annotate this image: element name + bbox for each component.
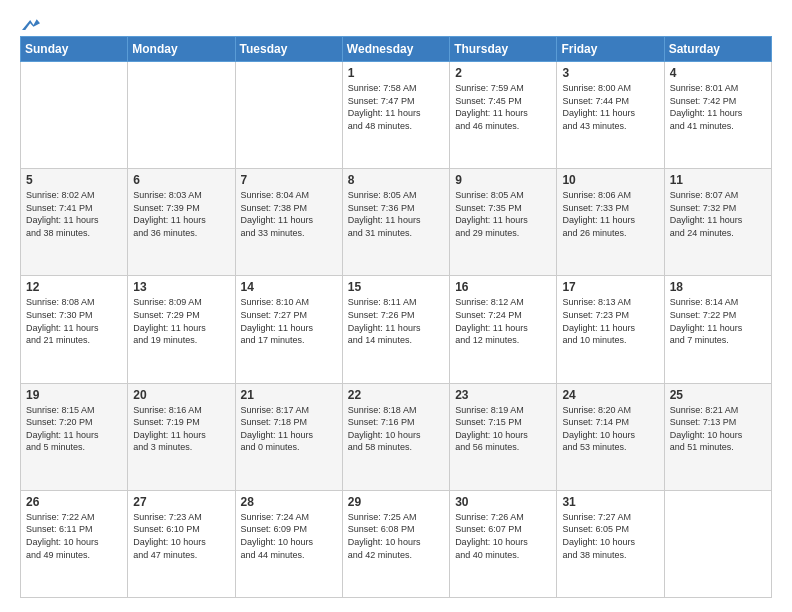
calendar-cell: 30Sunrise: 7:26 AMSunset: 6:07 PMDayligh… bbox=[450, 490, 557, 597]
calendar-cell: 19Sunrise: 8:15 AMSunset: 7:20 PMDayligh… bbox=[21, 383, 128, 490]
calendar-cell: 2Sunrise: 7:59 AMSunset: 7:45 PMDaylight… bbox=[450, 62, 557, 169]
calendar-cell: 24Sunrise: 8:20 AMSunset: 7:14 PMDayligh… bbox=[557, 383, 664, 490]
calendar-week-row: 5Sunrise: 8:02 AMSunset: 7:41 PMDaylight… bbox=[21, 169, 772, 276]
day-number: 6 bbox=[133, 173, 229, 187]
calendar-week-row: 26Sunrise: 7:22 AMSunset: 6:11 PMDayligh… bbox=[21, 490, 772, 597]
calendar-cell: 16Sunrise: 8:12 AMSunset: 7:24 PMDayligh… bbox=[450, 276, 557, 383]
day-info: Sunrise: 7:25 AMSunset: 6:08 PMDaylight:… bbox=[348, 511, 444, 561]
day-info: Sunrise: 8:10 AMSunset: 7:27 PMDaylight:… bbox=[241, 296, 337, 346]
calendar-cell bbox=[235, 62, 342, 169]
day-info: Sunrise: 8:07 AMSunset: 7:32 PMDaylight:… bbox=[670, 189, 766, 239]
day-info: Sunrise: 8:19 AMSunset: 7:15 PMDaylight:… bbox=[455, 404, 551, 454]
day-info: Sunrise: 8:05 AMSunset: 7:35 PMDaylight:… bbox=[455, 189, 551, 239]
calendar-cell: 12Sunrise: 8:08 AMSunset: 7:30 PMDayligh… bbox=[21, 276, 128, 383]
day-info: Sunrise: 8:20 AMSunset: 7:14 PMDaylight:… bbox=[562, 404, 658, 454]
day-number: 27 bbox=[133, 495, 229, 509]
day-number: 13 bbox=[133, 280, 229, 294]
day-info: Sunrise: 7:27 AMSunset: 6:05 PMDaylight:… bbox=[562, 511, 658, 561]
calendar-cell: 10Sunrise: 8:06 AMSunset: 7:33 PMDayligh… bbox=[557, 169, 664, 276]
day-number: 15 bbox=[348, 280, 444, 294]
calendar-cell: 8Sunrise: 8:05 AMSunset: 7:36 PMDaylight… bbox=[342, 169, 449, 276]
day-info: Sunrise: 8:21 AMSunset: 7:13 PMDaylight:… bbox=[670, 404, 766, 454]
weekday-header-saturday: Saturday bbox=[664, 37, 771, 62]
day-info: Sunrise: 8:09 AMSunset: 7:29 PMDaylight:… bbox=[133, 296, 229, 346]
calendar-cell: 1Sunrise: 7:58 AMSunset: 7:47 PMDaylight… bbox=[342, 62, 449, 169]
calendar-cell: 21Sunrise: 8:17 AMSunset: 7:18 PMDayligh… bbox=[235, 383, 342, 490]
calendar-cell: 20Sunrise: 8:16 AMSunset: 7:19 PMDayligh… bbox=[128, 383, 235, 490]
day-info: Sunrise: 8:15 AMSunset: 7:20 PMDaylight:… bbox=[26, 404, 122, 454]
day-number: 19 bbox=[26, 388, 122, 402]
day-info: Sunrise: 8:11 AMSunset: 7:26 PMDaylight:… bbox=[348, 296, 444, 346]
day-info: Sunrise: 7:24 AMSunset: 6:09 PMDaylight:… bbox=[241, 511, 337, 561]
day-info: Sunrise: 8:04 AMSunset: 7:38 PMDaylight:… bbox=[241, 189, 337, 239]
day-number: 24 bbox=[562, 388, 658, 402]
day-info: Sunrise: 7:59 AMSunset: 7:45 PMDaylight:… bbox=[455, 82, 551, 132]
header bbox=[20, 18, 772, 28]
calendar-cell: 29Sunrise: 7:25 AMSunset: 6:08 PMDayligh… bbox=[342, 490, 449, 597]
day-number: 23 bbox=[455, 388, 551, 402]
day-info: Sunrise: 8:05 AMSunset: 7:36 PMDaylight:… bbox=[348, 189, 444, 239]
calendar-cell: 4Sunrise: 8:01 AMSunset: 7:42 PMDaylight… bbox=[664, 62, 771, 169]
day-number: 16 bbox=[455, 280, 551, 294]
page: SundayMondayTuesdayWednesdayThursdayFrid… bbox=[0, 0, 792, 612]
weekday-header-thursday: Thursday bbox=[450, 37, 557, 62]
day-number: 7 bbox=[241, 173, 337, 187]
day-number: 18 bbox=[670, 280, 766, 294]
calendar-cell: 5Sunrise: 8:02 AMSunset: 7:41 PMDaylight… bbox=[21, 169, 128, 276]
calendar-week-row: 19Sunrise: 8:15 AMSunset: 7:20 PMDayligh… bbox=[21, 383, 772, 490]
day-number: 30 bbox=[455, 495, 551, 509]
day-number: 2 bbox=[455, 66, 551, 80]
day-number: 1 bbox=[348, 66, 444, 80]
calendar-table: SundayMondayTuesdayWednesdayThursdayFrid… bbox=[20, 36, 772, 598]
day-number: 20 bbox=[133, 388, 229, 402]
day-info: Sunrise: 7:58 AMSunset: 7:47 PMDaylight:… bbox=[348, 82, 444, 132]
day-info: Sunrise: 8:17 AMSunset: 7:18 PMDaylight:… bbox=[241, 404, 337, 454]
day-info: Sunrise: 8:18 AMSunset: 7:16 PMDaylight:… bbox=[348, 404, 444, 454]
day-number: 22 bbox=[348, 388, 444, 402]
day-info: Sunrise: 8:13 AMSunset: 7:23 PMDaylight:… bbox=[562, 296, 658, 346]
logo-bird-icon bbox=[22, 18, 40, 32]
day-info: Sunrise: 8:00 AMSunset: 7:44 PMDaylight:… bbox=[562, 82, 658, 132]
day-number: 8 bbox=[348, 173, 444, 187]
day-number: 4 bbox=[670, 66, 766, 80]
calendar-week-row: 12Sunrise: 8:08 AMSunset: 7:30 PMDayligh… bbox=[21, 276, 772, 383]
calendar-cell: 15Sunrise: 8:11 AMSunset: 7:26 PMDayligh… bbox=[342, 276, 449, 383]
day-number: 5 bbox=[26, 173, 122, 187]
calendar-cell: 6Sunrise: 8:03 AMSunset: 7:39 PMDaylight… bbox=[128, 169, 235, 276]
calendar-cell bbox=[21, 62, 128, 169]
day-number: 14 bbox=[241, 280, 337, 294]
calendar-cell: 18Sunrise: 8:14 AMSunset: 7:22 PMDayligh… bbox=[664, 276, 771, 383]
calendar-cell: 14Sunrise: 8:10 AMSunset: 7:27 PMDayligh… bbox=[235, 276, 342, 383]
calendar-cell: 26Sunrise: 7:22 AMSunset: 6:11 PMDayligh… bbox=[21, 490, 128, 597]
day-info: Sunrise: 7:26 AMSunset: 6:07 PMDaylight:… bbox=[455, 511, 551, 561]
weekday-header-tuesday: Tuesday bbox=[235, 37, 342, 62]
svg-marker-0 bbox=[22, 19, 40, 30]
calendar-cell: 23Sunrise: 8:19 AMSunset: 7:15 PMDayligh… bbox=[450, 383, 557, 490]
day-info: Sunrise: 8:03 AMSunset: 7:39 PMDaylight:… bbox=[133, 189, 229, 239]
calendar-header-row: SundayMondayTuesdayWednesdayThursdayFrid… bbox=[21, 37, 772, 62]
weekday-header-monday: Monday bbox=[128, 37, 235, 62]
calendar-cell bbox=[664, 490, 771, 597]
day-number: 12 bbox=[26, 280, 122, 294]
day-number: 21 bbox=[241, 388, 337, 402]
logo bbox=[20, 18, 40, 28]
day-number: 9 bbox=[455, 173, 551, 187]
calendar-cell: 13Sunrise: 8:09 AMSunset: 7:29 PMDayligh… bbox=[128, 276, 235, 383]
calendar-cell: 28Sunrise: 7:24 AMSunset: 6:09 PMDayligh… bbox=[235, 490, 342, 597]
day-number: 3 bbox=[562, 66, 658, 80]
day-info: Sunrise: 8:01 AMSunset: 7:42 PMDaylight:… bbox=[670, 82, 766, 132]
day-info: Sunrise: 8:02 AMSunset: 7:41 PMDaylight:… bbox=[26, 189, 122, 239]
day-info: Sunrise: 8:08 AMSunset: 7:30 PMDaylight:… bbox=[26, 296, 122, 346]
day-info: Sunrise: 8:14 AMSunset: 7:22 PMDaylight:… bbox=[670, 296, 766, 346]
calendar-cell: 11Sunrise: 8:07 AMSunset: 7:32 PMDayligh… bbox=[664, 169, 771, 276]
day-info: Sunrise: 7:23 AMSunset: 6:10 PMDaylight:… bbox=[133, 511, 229, 561]
day-number: 28 bbox=[241, 495, 337, 509]
day-number: 25 bbox=[670, 388, 766, 402]
calendar-cell: 17Sunrise: 8:13 AMSunset: 7:23 PMDayligh… bbox=[557, 276, 664, 383]
day-number: 26 bbox=[26, 495, 122, 509]
day-info: Sunrise: 8:12 AMSunset: 7:24 PMDaylight:… bbox=[455, 296, 551, 346]
calendar-cell: 3Sunrise: 8:00 AMSunset: 7:44 PMDaylight… bbox=[557, 62, 664, 169]
calendar-cell: 7Sunrise: 8:04 AMSunset: 7:38 PMDaylight… bbox=[235, 169, 342, 276]
calendar-cell: 22Sunrise: 8:18 AMSunset: 7:16 PMDayligh… bbox=[342, 383, 449, 490]
weekday-header-wednesday: Wednesday bbox=[342, 37, 449, 62]
